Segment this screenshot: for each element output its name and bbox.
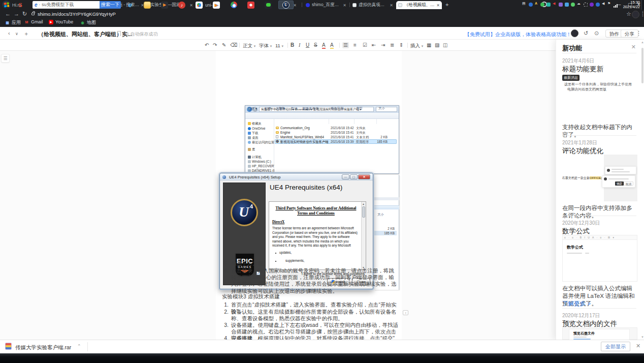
browser-tab[interactable]: 虚拟仿真项目日志20210422-石 ✕: [350, 1, 395, 9]
nav-drive-c[interactable]: Windows (C:): [248, 160, 271, 163]
taskbar-clock[interactable]: 15:30 2021/4/22: [620, 1, 640, 9]
tab-close-icon[interactable]: ✕: [343, 3, 346, 8]
table-button[interactable]: [427, 42, 431, 48]
doc-bookmark-icon[interactable]: [117, 31, 121, 36]
presentation-icon[interactable]: ⊙: [594, 30, 599, 37]
netease-music-icon[interactable]: ♪: [175, 1, 189, 9]
column-name[interactable]: 名称: [278, 106, 285, 111]
outline-toggle-button[interactable]: ☰: [1, 54, 10, 63]
highlight-color-button[interactable]: [330, 42, 334, 48]
tab-close-icon[interactable]: ✕: [436, 3, 440, 8]
red-app-icon[interactable]: ◆: [244, 1, 258, 9]
explorer-folder-icon[interactable]: [140, 1, 154, 9]
forward-icon[interactable]: →: [14, 11, 19, 17]
tray-utility-icon[interactable]: [529, 3, 533, 7]
ordered-list-button[interactable]: [342, 42, 349, 48]
baidu-netdisk-icon[interactable]: [192, 1, 206, 9]
line-spacing-button[interactable]: [399, 42, 403, 48]
panel-scrollbar[interactable]: ▲ ▼: [641, 41, 643, 339]
align-button[interactable]: [390, 42, 394, 48]
chrome-icon[interactable]: [227, 1, 241, 9]
tray-chat-icon[interactable]: [571, 3, 575, 7]
tray-keyboard-icon[interactable]: ▤: [522, 2, 526, 6]
tray-teal-icon[interactable]: [546, 3, 551, 7]
undo-button[interactable]: [205, 42, 209, 48]
column-date[interactable]: 修改日期: [331, 106, 343, 111]
font-size-select[interactable]: 11 ▾: [275, 43, 283, 48]
nav-drive-e[interactable]: DATADRIVE1 (E:): [248, 169, 278, 172]
back-icon[interactable]: ←: [5, 11, 11, 17]
doc-back-icon[interactable]: ‹: [8, 30, 10, 36]
close-shelf-icon[interactable]: ✕: [636, 343, 640, 349]
taskbar-search-input[interactable]: e · su免费模型下载: [33, 1, 100, 9]
nav-recent[interactable]: 最近访问的位置: [248, 140, 274, 145]
format-painter-button[interactable]: [222, 42, 226, 48]
new-folder-button[interactable]: 新建文件夹: [302, 107, 319, 111]
volume-icon[interactable]: ◀: [602, 2, 604, 6]
burn-button[interactable]: 刻录: [291, 107, 298, 111]
sogou-icon[interactable]: S: [13, 1, 27, 9]
browser-tab[interactable]: shimo_百度搜索 ✕: [304, 1, 348, 9]
text-color-button[interactable]: [322, 42, 326, 48]
license-scrollbar[interactable]: ▲ ▼: [361, 202, 366, 269]
tray-purple-circle-icon[interactable]: [590, 3, 594, 7]
bold-button[interactable]: [291, 42, 294, 48]
tray-dashed-box-icon[interactable]: [584, 3, 588, 7]
show-all-downloads-button[interactable]: 全部显示: [601, 342, 630, 351]
insert-menu[interactable]: 插入 ▾: [410, 43, 423, 49]
nav-favorites[interactable]: 收藏夹: [248, 122, 262, 126]
tab-close-icon[interactable]: ✕: [293, 3, 297, 8]
history-icon[interactable]: ↺: [584, 30, 588, 37]
download-options-chevron-icon[interactable]: ⌃: [77, 344, 81, 349]
nav-libraries[interactable]: 库: [248, 147, 255, 152]
doc-new-icon[interactable]: ＋: [23, 30, 29, 38]
downloaded-file-button[interactable]: 传媒大学实验客户端.rar: [15, 344, 71, 351]
column-size[interactable]: 大小: [378, 106, 385, 111]
doc-more-icon[interactable]: ⋮: [636, 30, 641, 37]
new-tab-button[interactable]: +: [445, 2, 448, 8]
file-name[interactable]: Manifest_NonUFSFiles_Win64: [280, 135, 324, 139]
font-select[interactable]: 字体 ▾: [259, 43, 272, 49]
file-name-selected[interactable]: 影视现场实时特效创作实验客户端: [280, 140, 328, 144]
tray-letter-a-icon[interactable]: A: [535, 2, 537, 5]
bookmark-gmail[interactable]: M Gmail: [24, 19, 43, 24]
browser-tab-active[interactable]: （给视频组、网站组、客户端组） ✕: [396, 1, 442, 9]
license-text-box[interactable]: Third Party Software Notices and/or Addi…: [269, 201, 366, 270]
tray-green-icon[interactable]: [540, 3, 544, 7]
panel-close-icon[interactable]: ✕: [631, 44, 636, 50]
tencent-video-icon[interactable]: ▶: [209, 1, 223, 9]
start-button[interactable]: [2, 1, 11, 9]
tab-close-icon[interactable]: ✕: [390, 3, 393, 8]
paragraph-style-select[interactable]: 正文 ▾: [243, 43, 255, 49]
network-icon[interactable]: [614, 4, 618, 8]
column-type[interactable]: 类型: [356, 106, 363, 111]
file-name[interactable]: Communication_Org: [280, 126, 310, 130]
nav-onedrive[interactable]: OneDrive: [248, 127, 266, 130]
comment-button[interactable]: [443, 42, 447, 48]
tray-purple-icon[interactable]: [559, 3, 563, 7]
image-button[interactable]: [435, 42, 439, 48]
browser-menu-icon[interactable]: ⋮: [640, 11, 644, 17]
bookmark-youtube[interactable]: ▶ YouTube: [49, 19, 73, 24]
learn-more-link[interactable]: 了解更多 >: [562, 300, 591, 308]
tray-blue-circle-icon[interactable]: [596, 3, 600, 7]
tray-blue-icon[interactable]: [565, 3, 569, 7]
indent-button[interactable]: [381, 42, 385, 48]
open-button[interactable]: 打开: [265, 107, 271, 111]
action-center-flag-icon[interactable]: ⚑: [607, 2, 610, 6]
bookmark-apps[interactable]: ▦ 应用: [5, 19, 21, 26]
italic-button[interactable]: [299, 42, 300, 48]
checklist-button[interactable]: [363, 42, 367, 48]
upgrade-promo-link[interactable]: 【免费试用】企业高级版，体验表格高级功能！: [465, 31, 571, 38]
wechat-icon[interactable]: [261, 1, 275, 9]
ie-icon[interactable]: e: [123, 1, 137, 9]
file-name[interactable]: Engine: [280, 131, 291, 134]
chevron-down-icon[interactable]: ∨: [15, 32, 18, 36]
unreal-engine-icon-active[interactable]: U: [278, 1, 294, 9]
tray-cloud-icon[interactable]: ☁: [577, 2, 581, 6]
show-desktop-button[interactable]: [641, 0, 644, 10]
comment-indicator-icon[interactable]: ＋: [403, 310, 408, 315]
outdent-button[interactable]: [372, 42, 376, 48]
video-player-icon[interactable]: ▶: [157, 1, 172, 9]
dialog-maximize-button[interactable]: ▢: [350, 174, 358, 179]
